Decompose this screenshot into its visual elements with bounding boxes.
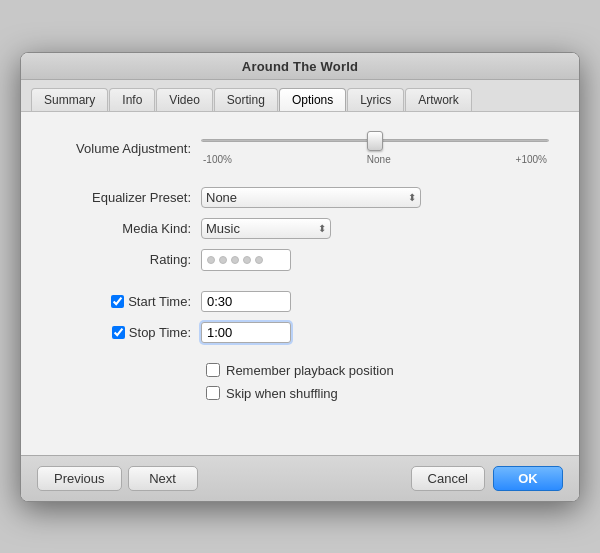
ok-button[interactable]: OK: [493, 466, 563, 491]
tab-info[interactable]: Info: [109, 88, 155, 111]
tab-sorting[interactable]: Sorting: [214, 88, 278, 111]
dialog: Around The World Summary Info Video Sort…: [20, 52, 580, 502]
start-time-label: Start Time:: [51, 294, 201, 309]
equalizer-select[interactable]: None Acoustic Bass Booster Classical: [201, 187, 421, 208]
media-kind-select[interactable]: Music Movie TV Show Audiobook Podcast: [201, 218, 331, 239]
content-area: Volume Adjustment: -100% None +100% Equa…: [21, 112, 579, 455]
volume-none-label: None: [367, 154, 391, 165]
tab-lyrics[interactable]: Lyrics: [347, 88, 404, 111]
rating-dot-1[interactable]: [207, 256, 215, 264]
skip-shuffling-checkbox[interactable]: [206, 386, 220, 400]
rating-label: Rating:: [51, 252, 201, 267]
rating-dot-3[interactable]: [231, 256, 239, 264]
rating-dot-4[interactable]: [243, 256, 251, 264]
titlebar: Around The World: [21, 53, 579, 80]
equalizer-select-wrapper: None Acoustic Bass Booster Classical: [201, 187, 421, 208]
stop-time-checkbox[interactable]: [112, 326, 125, 339]
media-kind-row: Media Kind: Music Movie TV Show Audioboo…: [51, 218, 549, 239]
remember-playback-label: Remember playback position: [226, 363, 394, 378]
bottom-right-buttons: Cancel OK: [411, 466, 563, 491]
volume-min-label: -100%: [203, 154, 232, 165]
tabs-container: Summary Info Video Sorting Options Lyric…: [21, 80, 579, 112]
rating-row: Rating:: [51, 249, 549, 271]
next-button[interactable]: Next: [128, 466, 198, 491]
bottom-left-buttons: Previous Next: [37, 466, 198, 491]
stop-time-label: Stop Time:: [51, 325, 201, 340]
volume-max-label: +100%: [516, 154, 547, 165]
rating-control[interactable]: [201, 249, 291, 271]
volume-labels: -100% None +100%: [201, 154, 549, 165]
bottom-bar: Previous Next Cancel OK: [21, 455, 579, 501]
skip-shuffling-label: Skip when shuffling: [226, 386, 338, 401]
remember-playback-checkbox[interactable]: [206, 363, 220, 377]
start-time-input[interactable]: [201, 291, 291, 312]
previous-button[interactable]: Previous: [37, 466, 122, 491]
equalizer-row: Equalizer Preset: None Acoustic Bass Boo…: [51, 187, 549, 208]
rating-dot-5[interactable]: [255, 256, 263, 264]
volume-slider-container: -100% None +100%: [201, 132, 549, 165]
tab-video[interactable]: Video: [156, 88, 212, 111]
cancel-button[interactable]: Cancel: [411, 466, 485, 491]
tab-options[interactable]: Options: [279, 88, 346, 111]
tab-summary[interactable]: Summary: [31, 88, 108, 111]
stop-time-input[interactable]: [201, 322, 291, 343]
media-kind-label: Media Kind:: [51, 221, 201, 236]
equalizer-label: Equalizer Preset:: [51, 190, 201, 205]
rating-dot-2[interactable]: [219, 256, 227, 264]
start-time-checkbox[interactable]: [111, 295, 124, 308]
skip-shuffling-row: Skip when shuffling: [51, 386, 549, 401]
dialog-title: Around The World: [242, 59, 358, 74]
volume-label: Volume Adjustment:: [51, 141, 201, 156]
start-time-row: Start Time:: [51, 291, 549, 312]
volume-row: Volume Adjustment: -100% None +100%: [51, 132, 549, 165]
stop-time-row: Stop Time:: [51, 322, 549, 343]
media-kind-select-wrapper: Music Movie TV Show Audiobook Podcast: [201, 218, 331, 239]
remember-playback-row: Remember playback position: [51, 363, 549, 378]
volume-slider[interactable]: [201, 132, 549, 150]
tab-artwork[interactable]: Artwork: [405, 88, 472, 111]
